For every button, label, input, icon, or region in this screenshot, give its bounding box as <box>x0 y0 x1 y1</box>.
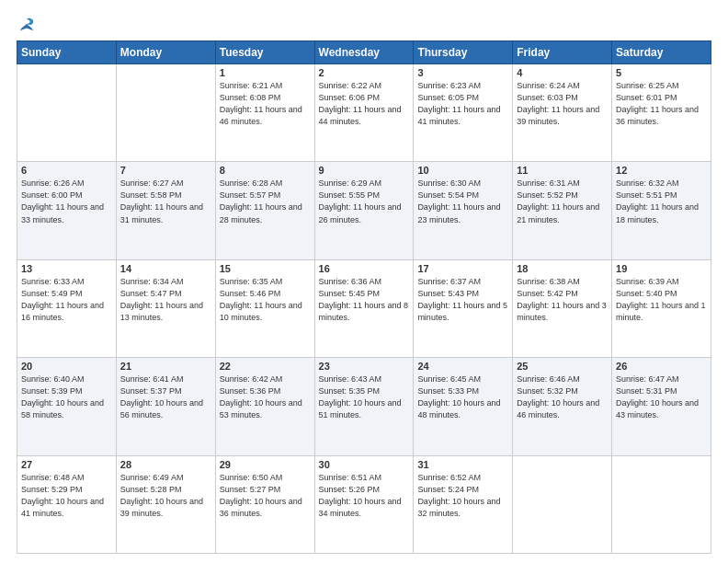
cell-info: Sunrise: 6:28 AMSunset: 5:57 PMDaylight:… <box>220 178 302 224</box>
cell-info: Sunrise: 6:40 AMSunset: 5:39 PMDaylight:… <box>21 374 104 419</box>
cell-info: Sunrise: 6:42 AMSunset: 5:36 PMDaylight:… <box>220 374 302 419</box>
day-number: 2 <box>319 67 410 78</box>
calendar-cell: 30Sunrise: 6:51 AMSunset: 5:26 PMDayligh… <box>314 455 414 553</box>
cell-info: Sunrise: 6:21 AMSunset: 6:08 PMDaylight:… <box>220 81 302 126</box>
calendar-cell: 19Sunrise: 6:39 AMSunset: 5:40 PMDayligh… <box>612 259 711 357</box>
cell-info: Sunrise: 6:26 AMSunset: 6:00 PMDaylight:… <box>21 178 104 224</box>
calendar-cell: 2Sunrise: 6:22 AMSunset: 6:06 PMDaylight… <box>314 64 414 162</box>
day-number: 20 <box>21 361 112 372</box>
calendar-cell: 29Sunrise: 6:50 AMSunset: 5:27 PMDayligh… <box>215 455 314 553</box>
calendar-cell <box>17 64 117 162</box>
day-of-week-header: Sunday <box>17 41 117 64</box>
calendar-cell: 5Sunrise: 6:25 AMSunset: 6:01 PMDaylight… <box>612 64 711 162</box>
cell-info: Sunrise: 6:22 AMSunset: 6:06 PMDaylight:… <box>319 81 402 126</box>
logo <box>17 17 35 33</box>
calendar-cell: 28Sunrise: 6:49 AMSunset: 5:28 PMDayligh… <box>116 455 215 553</box>
calendar-cell <box>116 64 215 162</box>
calendar-cell: 26Sunrise: 6:47 AMSunset: 5:31 PMDayligh… <box>612 358 711 455</box>
calendar-cell: 20Sunrise: 6:40 AMSunset: 5:39 PMDayligh… <box>17 358 117 455</box>
calendar-cell: 18Sunrise: 6:38 AMSunset: 5:42 PMDayligh… <box>513 259 612 357</box>
day-number: 6 <box>21 165 112 176</box>
cell-info: Sunrise: 6:23 AMSunset: 6:05 PMDaylight:… <box>417 81 500 126</box>
calendar-week-row: 1Sunrise: 6:21 AMSunset: 6:08 PMDaylight… <box>17 64 711 162</box>
logo-text <box>17 17 35 33</box>
cell-info: Sunrise: 6:49 AMSunset: 5:28 PMDaylight:… <box>120 473 203 518</box>
day-of-week-header: Saturday <box>612 41 711 64</box>
day-number: 30 <box>319 459 410 470</box>
cell-info: Sunrise: 6:45 AMSunset: 5:33 PMDaylight:… <box>417 374 500 419</box>
calendar-cell: 6Sunrise: 6:26 AMSunset: 6:00 PMDaylight… <box>17 162 117 259</box>
day-number: 29 <box>220 459 311 470</box>
calendar-cell: 1Sunrise: 6:21 AMSunset: 6:08 PMDaylight… <box>215 64 314 162</box>
day-number: 23 <box>319 361 410 372</box>
cell-info: Sunrise: 6:51 AMSunset: 5:26 PMDaylight:… <box>319 473 402 518</box>
calendar-cell: 7Sunrise: 6:27 AMSunset: 5:58 PMDaylight… <box>116 162 215 259</box>
calendar-table: SundayMondayTuesdayWednesdayThursdayFrid… <box>17 40 711 554</box>
calendar-cell <box>612 455 711 553</box>
cell-info: Sunrise: 6:41 AMSunset: 5:37 PMDaylight:… <box>120 374 203 419</box>
day-number: 31 <box>417 459 508 470</box>
calendar-cell: 17Sunrise: 6:37 AMSunset: 5:43 PMDayligh… <box>414 259 513 357</box>
calendar-cell: 13Sunrise: 6:33 AMSunset: 5:49 PMDayligh… <box>17 259 117 357</box>
calendar-cell: 27Sunrise: 6:48 AMSunset: 5:29 PMDayligh… <box>17 455 117 553</box>
calendar-cell: 9Sunrise: 6:29 AMSunset: 5:55 PMDaylight… <box>314 162 414 259</box>
calendar-cell: 25Sunrise: 6:46 AMSunset: 5:32 PMDayligh… <box>513 358 612 455</box>
day-number: 16 <box>319 263 410 274</box>
cell-info: Sunrise: 6:30 AMSunset: 5:54 PMDaylight:… <box>417 178 500 224</box>
logo-bird-icon <box>18 17 35 33</box>
day-number: 1 <box>220 67 311 78</box>
cell-info: Sunrise: 6:35 AMSunset: 5:46 PMDaylight:… <box>220 277 302 322</box>
day-of-week-header: Friday <box>513 41 612 64</box>
calendar-week-row: 6Sunrise: 6:26 AMSunset: 6:00 PMDaylight… <box>17 162 711 259</box>
day-of-week-header: Tuesday <box>215 41 314 64</box>
day-number: 11 <box>517 165 608 176</box>
day-number: 27 <box>21 459 112 470</box>
cell-info: Sunrise: 6:50 AMSunset: 5:27 PMDaylight:… <box>220 473 302 518</box>
header <box>17 17 711 33</box>
day-number: 28 <box>120 459 211 470</box>
cell-info: Sunrise: 6:24 AMSunset: 6:03 PMDaylight:… <box>517 81 599 126</box>
cell-info: Sunrise: 6:38 AMSunset: 5:42 PMDaylight:… <box>517 277 607 322</box>
cell-info: Sunrise: 6:27 AMSunset: 5:58 PMDaylight:… <box>120 178 203 224</box>
calendar-week-row: 13Sunrise: 6:33 AMSunset: 5:49 PMDayligh… <box>17 259 711 357</box>
calendar-cell: 24Sunrise: 6:45 AMSunset: 5:33 PMDayligh… <box>414 358 513 455</box>
cell-info: Sunrise: 6:36 AMSunset: 5:45 PMDaylight:… <box>319 277 409 322</box>
cell-info: Sunrise: 6:31 AMSunset: 5:52 PMDaylight:… <box>517 178 599 224</box>
day-number: 14 <box>120 263 211 274</box>
calendar-week-row: 20Sunrise: 6:40 AMSunset: 5:39 PMDayligh… <box>17 358 711 455</box>
calendar-cell: 11Sunrise: 6:31 AMSunset: 5:52 PMDayligh… <box>513 162 612 259</box>
cell-info: Sunrise: 6:39 AMSunset: 5:40 PMDaylight:… <box>616 277 706 322</box>
cell-info: Sunrise: 6:29 AMSunset: 5:55 PMDaylight:… <box>319 178 402 224</box>
cell-info: Sunrise: 6:48 AMSunset: 5:29 PMDaylight:… <box>21 473 104 518</box>
day-number: 17 <box>417 263 508 274</box>
calendar-cell <box>513 455 612 553</box>
calendar-cell: 10Sunrise: 6:30 AMSunset: 5:54 PMDayligh… <box>414 162 513 259</box>
day-number: 4 <box>517 67 608 78</box>
day-number: 21 <box>120 361 211 372</box>
day-number: 19 <box>616 263 707 274</box>
day-number: 18 <box>517 263 608 274</box>
calendar-cell: 16Sunrise: 6:36 AMSunset: 5:45 PMDayligh… <box>314 259 414 357</box>
day-of-week-header: Monday <box>116 41 215 64</box>
cell-info: Sunrise: 6:47 AMSunset: 5:31 PMDaylight:… <box>616 374 699 419</box>
calendar-header-row: SundayMondayTuesdayWednesdayThursdayFrid… <box>17 41 711 64</box>
day-number: 24 <box>417 361 508 372</box>
calendar-cell: 8Sunrise: 6:28 AMSunset: 5:57 PMDaylight… <box>215 162 314 259</box>
day-number: 12 <box>616 165 707 176</box>
cell-info: Sunrise: 6:46 AMSunset: 5:32 PMDaylight:… <box>517 374 599 419</box>
calendar-cell: 14Sunrise: 6:34 AMSunset: 5:47 PMDayligh… <box>116 259 215 357</box>
cell-info: Sunrise: 6:25 AMSunset: 6:01 PMDaylight:… <box>616 81 699 126</box>
day-number: 3 <box>417 67 508 78</box>
day-number: 8 <box>220 165 311 176</box>
calendar-cell: 22Sunrise: 6:42 AMSunset: 5:36 PMDayligh… <box>215 358 314 455</box>
cell-info: Sunrise: 6:37 AMSunset: 5:43 PMDaylight:… <box>417 277 507 322</box>
day-number: 9 <box>319 165 410 176</box>
day-number: 5 <box>616 67 707 78</box>
cell-info: Sunrise: 6:34 AMSunset: 5:47 PMDaylight:… <box>120 277 203 322</box>
day-number: 13 <box>21 263 112 274</box>
cell-info: Sunrise: 6:33 AMSunset: 5:49 PMDaylight:… <box>21 277 104 322</box>
page: SundayMondayTuesdayWednesdayThursdayFrid… <box>0 0 728 563</box>
cell-info: Sunrise: 6:52 AMSunset: 5:24 PMDaylight:… <box>417 473 500 518</box>
day-number: 22 <box>220 361 311 372</box>
day-number: 25 <box>517 361 608 372</box>
